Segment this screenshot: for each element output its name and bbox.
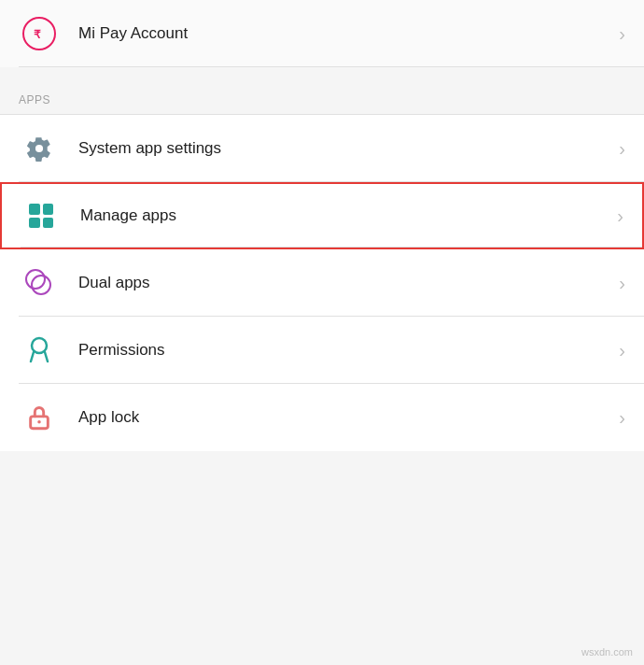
grid-cell-1 [29, 204, 40, 215]
dual-apps-label: Dual apps [78, 274, 611, 292]
dual-icon-wrap [19, 262, 60, 304]
permissions-icon [26, 335, 52, 365]
dual-apps-item[interactable]: Dual apps › [0, 249, 644, 317]
top-section: ₹ Mi Pay Account › [0, 0, 644, 67]
gear-icon [26, 135, 52, 162]
svg-point-1 [32, 338, 47, 353]
apps-section-label: APPS [19, 93, 50, 106]
grid-icon-wrap [21, 195, 62, 236]
manage-apps-item[interactable]: Manage apps › [0, 182, 644, 249]
mi-pay-chevron-icon: › [619, 23, 625, 45]
app-lock-item[interactable]: App lock › [0, 384, 644, 451]
apps-section: System app settings › Manage apps › [0, 115, 644, 451]
dual-circle-2 [31, 275, 51, 295]
svg-text:₹: ₹ [34, 28, 41, 41]
manage-apps-chevron-icon: › [617, 205, 623, 227]
screen: ₹ Mi Pay Account › APPS System app setti… [0, 0, 644, 665]
mi-pay-icon: ₹ [22, 17, 56, 50]
lock-icon [26, 404, 52, 431]
app-lock-label: App lock [78, 408, 611, 427]
grid-icon [29, 204, 53, 228]
gear-icon-wrap [19, 128, 60, 169]
mi-pay-icon-wrap: ₹ [19, 13, 60, 54]
system-app-settings-label: System app settings [78, 139, 611, 158]
permissions-label: Permissions [78, 341, 611, 360]
watermark: wsxdn.com [581, 646, 633, 658]
app-lock-chevron-icon: › [619, 407, 625, 429]
permissions-chevron-icon: › [619, 340, 625, 361]
dual-apps-icon [25, 269, 53, 297]
section-divider-top [0, 67, 644, 77]
system-app-settings-item[interactable]: System app settings › [0, 115, 644, 182]
permissions-item[interactable]: Permissions › [0, 317, 644, 384]
apps-section-header: APPS [0, 77, 644, 114]
lock-icon-wrap [19, 397, 60, 438]
dual-apps-chevron-icon: › [619, 273, 625, 294]
manage-apps-label: Manage apps [80, 206, 609, 225]
mi-pay-account-label: Mi Pay Account [78, 24, 611, 43]
grid-cell-2 [43, 204, 54, 215]
grid-cell-3 [29, 218, 40, 229]
system-app-chevron-icon: › [619, 138, 625, 160]
svg-point-3 [37, 420, 41, 424]
grid-cell-4 [43, 218, 54, 229]
permissions-icon-wrap [19, 330, 60, 371]
mi-pay-account-item[interactable]: ₹ Mi Pay Account › [0, 0, 644, 67]
